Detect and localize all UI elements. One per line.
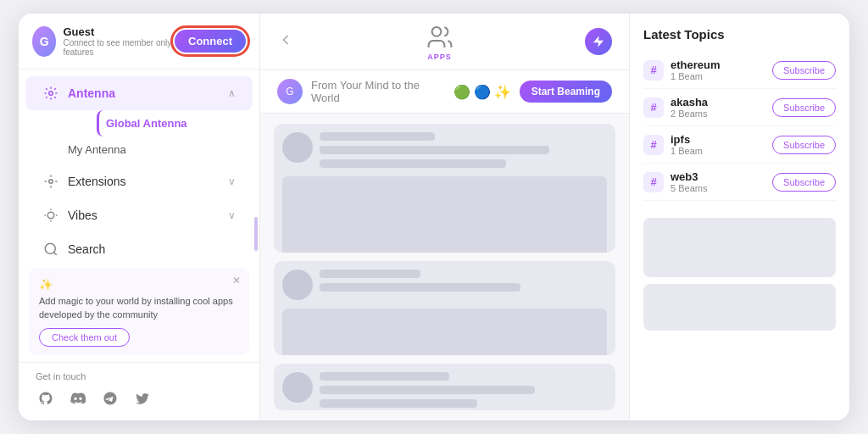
emoji-green: 🟢: [453, 84, 470, 100]
topic-name-akasha: akasha: [670, 96, 765, 108]
topic-hash-akasha: #: [643, 97, 664, 118]
feed-line: [320, 386, 535, 394]
user-subtitle: Connect to see member only features: [63, 38, 175, 57]
topic-item-ethereum: # ethereum 1 Beam Subscribe: [643, 52, 836, 89]
back-button[interactable]: [277, 31, 294, 52]
sidebar-header: G Guest Connect to see member only featu…: [19, 14, 259, 70]
feed-line: [320, 146, 549, 154]
svg-point-1: [49, 180, 53, 184]
scrollbar[interactable]: [254, 217, 258, 251]
apps-badge: APPS: [427, 53, 452, 61]
antenna-chevron: ∧: [228, 87, 236, 99]
search-label: Search: [68, 242, 105, 256]
lightning-button[interactable]: [585, 28, 612, 55]
extensions-label: Extensions: [68, 175, 125, 188]
sidebar-footer: Get in touch: [19, 362, 259, 420]
feed-area: [260, 114, 629, 420]
feed-line: [320, 372, 449, 381]
topic-info-ethereum: ethereum 1 Beam: [670, 58, 765, 81]
feed-line: [320, 283, 520, 292]
main-header: APPS: [260, 14, 629, 70]
topic-item-web3: # web3 5 Beams Subscribe: [643, 164, 836, 201]
subscribe-button-ipfs[interactable]: Subscribe: [772, 136, 836, 154]
emoji-sparkle: ✨: [494, 84, 511, 100]
main-content: APPS G From Your Mind to the World 🟢 🔵 ✨…: [260, 14, 629, 420]
topics-title: Latest Topics: [643, 27, 836, 42]
svg-point-3: [45, 243, 55, 253]
nav-section-antenna: Antenna ∧ Global Antenna My Antenna: [19, 76, 259, 163]
topic-item-akasha: # akasha 2 Beams Subscribe: [643, 89, 836, 126]
antenna-sub-menu: Global Antenna My Antenna: [19, 110, 259, 163]
topic-name-web3: web3: [670, 170, 765, 183]
user-name: Guest: [63, 25, 175, 38]
promo-close-button[interactable]: ✕: [232, 275, 241, 287]
app-logo: [425, 22, 455, 53]
connect-button[interactable]: Connect: [175, 30, 246, 53]
header-center: APPS: [425, 22, 455, 61]
start-beaming-button[interactable]: Start Beaming: [520, 81, 612, 103]
avatar: G: [32, 26, 56, 57]
subscribe-button-web3[interactable]: Subscribe: [772, 173, 836, 192]
sidebar-item-global-antenna[interactable]: Global Antenna: [97, 110, 253, 136]
topic-beams-web3: 5 Beams: [670, 183, 765, 193]
sidebar-item-vibes[interactable]: Vibes ∨: [25, 198, 253, 232]
topic-beams-ipfs: 1 Beam: [670, 146, 765, 156]
beam-avatar: G: [277, 79, 303, 104]
feed-image-1: [282, 176, 607, 253]
user-info: G Guest Connect to see member only featu…: [32, 25, 175, 57]
feed-line: [320, 270, 420, 278]
topic-beams-akasha: 2 Beams: [670, 108, 765, 119]
feed-card-1: [274, 124, 615, 253]
footer-icons: [36, 388, 242, 409]
topic-hash-ipfs: #: [643, 135, 664, 155]
app-container: G Guest Connect to see member only featu…: [19, 14, 849, 420]
feed-card-3: [274, 364, 615, 410]
header-right: [585, 28, 612, 55]
emoji-blue: 🔵: [474, 84, 491, 100]
topic-hash-web3: #: [643, 172, 664, 192]
telegram-icon[interactable]: [100, 388, 120, 409]
feed-image-2: [282, 309, 607, 355]
search-icon: [42, 241, 59, 258]
check-them-out-button[interactable]: Check them out: [39, 328, 130, 347]
svg-point-2: [47, 212, 54, 219]
discord-icon[interactable]: [68, 388, 88, 409]
sidebar-item-search[interactable]: Search: [25, 232, 253, 261]
sidebar-nav: Antenna ∧ Global Antenna My Antenna Exte…: [19, 70, 259, 261]
right-blurred-card-1: [643, 218, 836, 277]
topic-info-web3: web3 5 Beams: [670, 170, 765, 193]
feed-avatar-2: [282, 270, 313, 300]
sidebar: G Guest Connect to see member only featu…: [19, 14, 260, 420]
feed-content-2: [320, 270, 607, 300]
github-icon[interactable]: [36, 388, 56, 409]
feed-content-3: [320, 372, 607, 408]
subscribe-button-akasha[interactable]: Subscribe: [772, 98, 836, 117]
sidebar-item-antenna[interactable]: Antenna ∧: [25, 76, 253, 110]
svg-marker-6: [593, 36, 604, 47]
user-text: Guest Connect to see member only feature…: [63, 25, 175, 57]
twitter-icon[interactable]: [132, 388, 153, 409]
beam-placeholder: From Your Mind to the World: [311, 79, 445, 104]
svg-point-0: [49, 92, 53, 96]
promo-text: Add magic to your world by installing co…: [39, 295, 239, 321]
antenna-label: Antenna: [68, 86, 115, 100]
topic-hash-ethereum: #: [643, 60, 664, 81]
beaming-bar: G From Your Mind to the World 🟢 🔵 ✨ Star…: [260, 70, 629, 114]
feed-line: [320, 159, 506, 168]
beam-emojis: 🟢 🔵 ✨: [453, 84, 511, 100]
topic-name-ethereum: ethereum: [670, 58, 765, 71]
sidebar-item-extensions[interactable]: Extensions ∨: [25, 164, 253, 198]
svg-point-5: [431, 27, 441, 36]
feed-line: [320, 132, 435, 141]
feed-card-2: [274, 261, 615, 355]
subscribe-button-ethereum[interactable]: Subscribe: [772, 61, 836, 80]
antenna-icon: [42, 85, 59, 102]
feed-avatar-1: [282, 132, 313, 163]
vibes-chevron: ∨: [228, 209, 236, 221]
sidebar-promo: ✕ ✨ Add magic to your world by installin…: [29, 268, 249, 355]
topic-item-ipfs: # ipfs 1 Beam Subscribe: [643, 126, 836, 164]
sidebar-item-my-antenna[interactable]: My Antenna: [68, 136, 253, 163]
feed-avatar-3: [282, 372, 313, 403]
topic-info-ipfs: ipfs 1 Beam: [670, 133, 765, 156]
topic-beams-ethereum: 1 Beam: [670, 71, 765, 81]
